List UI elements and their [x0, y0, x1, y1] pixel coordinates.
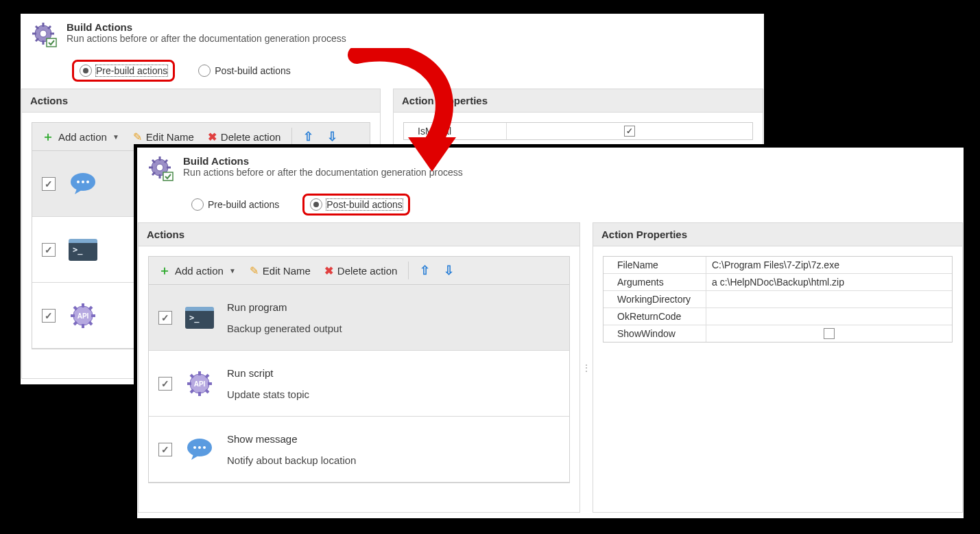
property-value[interactable]: [507, 123, 752, 139]
header: Build Actions Run actions before or afte…: [21, 14, 763, 89]
property-row[interactable]: Arguments a c:\HelpNDoc\Backup\html.zip: [603, 274, 952, 291]
header-subtitle: Run actions before or after the document…: [183, 167, 463, 178]
actions-list: Run program Backup generated output: [148, 285, 570, 483]
property-row[interactable]: WorkingDirectory: [603, 291, 952, 308]
property-name: Arguments: [603, 274, 706, 290]
separator: [408, 262, 409, 279]
radio-postbuild[interactable]: Post-build actions: [195, 63, 294, 78]
chevron-down-icon: ▼: [229, 267, 236, 275]
props-header: Action Properties: [593, 222, 963, 246]
panel-postbuild: Build Actions Run actions before or afte…: [137, 148, 964, 518]
btn-label: Delete action: [337, 265, 398, 277]
property-row[interactable]: ShowWindow: [603, 325, 952, 342]
property-row[interactable]: FileName C:\Program Files\7-Zip\7z.exe: [603, 257, 952, 274]
btn-label: Delete action: [221, 131, 281, 143]
row-checkbox[interactable]: [158, 311, 172, 325]
svg-line-22: [74, 322, 77, 325]
svg-line-44: [206, 375, 208, 378]
svg-point-9: [40, 30, 47, 37]
header-title: Build Actions: [183, 155, 463, 167]
row-checkbox[interactable]: [42, 243, 56, 257]
arrow-down-icon: ⇩: [444, 263, 454, 278]
action-row[interactable]: API Run script Update stats topic: [149, 351, 569, 417]
edit-name-button[interactable]: ✎ Edit Name: [128, 128, 200, 146]
pencil-icon: ✎: [250, 264, 259, 277]
chat-icon: [68, 170, 98, 198]
row-checkbox[interactable]: [42, 177, 56, 191]
btn-label: Edit Name: [263, 265, 311, 277]
property-value[interactable]: [706, 291, 952, 307]
checkbox-icon: [624, 126, 635, 137]
property-name: OkReturnCode: [603, 308, 706, 325]
row-checkbox[interactable]: [42, 309, 56, 323]
svg-line-33: [165, 160, 167, 163]
pencil-icon: ✎: [133, 130, 142, 143]
move-up-button[interactable]: ⇧: [414, 260, 435, 281]
radio-postbuild[interactable]: Post-build actions: [302, 194, 410, 216]
property-value[interactable]: a c:\HelpNDoc\Backup\html.zip: [706, 274, 952, 290]
chevron-down-icon: ▼: [112, 133, 119, 141]
property-row[interactable]: IsModal: [404, 123, 752, 139]
svg-line-7: [36, 38, 38, 41]
svg-point-14: [86, 181, 89, 183]
delete-action-button[interactable]: ✖ Delete action: [319, 262, 403, 280]
property-row[interactable]: OkReturnCode: [603, 308, 952, 325]
svg-line-21: [89, 322, 92, 325]
svg-line-30: [152, 160, 155, 163]
header: Build Actions Run actions before or afte…: [138, 148, 963, 222]
radio-icon: [310, 198, 322, 211]
radio-prebuild[interactable]: Pre-build actions: [72, 60, 175, 82]
api-gear-icon: API: [68, 301, 98, 330]
separator: [291, 128, 292, 146]
plus-icon: ＋: [158, 262, 171, 279]
action-subtitle: Notify about backup location: [227, 454, 356, 466]
btn-label: Edit Name: [146, 131, 194, 143]
property-name: WorkingDirectory: [603, 291, 706, 307]
move-up-button[interactable]: ⇧: [298, 126, 319, 147]
svg-point-13: [82, 181, 84, 183]
row-checkbox[interactable]: [158, 377, 172, 391]
svg-line-32: [152, 172, 155, 175]
property-name: IsModal: [404, 123, 507, 139]
svg-point-12: [77, 181, 80, 183]
x-icon: ✖: [324, 264, 333, 277]
radio-prebuild[interactable]: Pre-build actions: [189, 197, 282, 212]
action-subtitle: Update stats topic: [227, 388, 309, 400]
move-down-button[interactable]: ⇩: [438, 260, 459, 281]
property-value[interactable]: [706, 325, 952, 342]
svg-line-42: [206, 390, 208, 393]
svg-point-49: [203, 446, 206, 449]
svg-line-8: [48, 26, 51, 29]
add-action-button[interactable]: ＋ Add action ▼: [153, 259, 241, 281]
delete-action-button[interactable]: ✖ Delete action: [202, 128, 287, 146]
arrow-up-icon: ⇧: [420, 263, 430, 278]
move-down-button[interactable]: ⇩: [322, 126, 343, 147]
svg-point-48: [198, 446, 201, 449]
add-action-button[interactable]: ＋ Add action ▼: [36, 126, 125, 148]
api-gear-icon: API: [184, 369, 215, 398]
action-row[interactable]: Show message Notify about backup locatio…: [149, 417, 569, 483]
chat-icon: [184, 435, 215, 464]
property-value[interactable]: C:\Program Files\7-Zip\7z.exe: [706, 257, 952, 273]
svg-line-5: [36, 26, 38, 29]
radio-icon: [80, 65, 92, 77]
plus-icon: ＋: [42, 128, 54, 145]
arrow-down-icon: ⇩: [327, 129, 337, 144]
property-name: FileName: [603, 257, 706, 273]
arrow-up-icon: ⇧: [303, 129, 313, 144]
edit-name-button[interactable]: ✎ Edit Name: [244, 262, 316, 280]
property-value[interactable]: [706, 308, 952, 325]
terminal-icon: [68, 239, 98, 261]
svg-line-41: [191, 375, 193, 378]
splitter[interactable]: ⋮: [580, 222, 593, 513]
action-row[interactable]: Run program Backup generated output: [149, 285, 569, 351]
svg-text:API: API: [77, 312, 89, 320]
svg-point-47: [193, 446, 196, 449]
action-title: Run program: [227, 301, 342, 313]
btn-label: Add action: [175, 265, 224, 277]
actions-header: Actions: [21, 89, 381, 113]
row-checkbox[interactable]: [158, 443, 172, 456]
header-subtitle: Run actions before or after the document…: [67, 33, 346, 44]
svg-point-34: [156, 164, 163, 171]
action-title: Show message: [227, 433, 356, 445]
